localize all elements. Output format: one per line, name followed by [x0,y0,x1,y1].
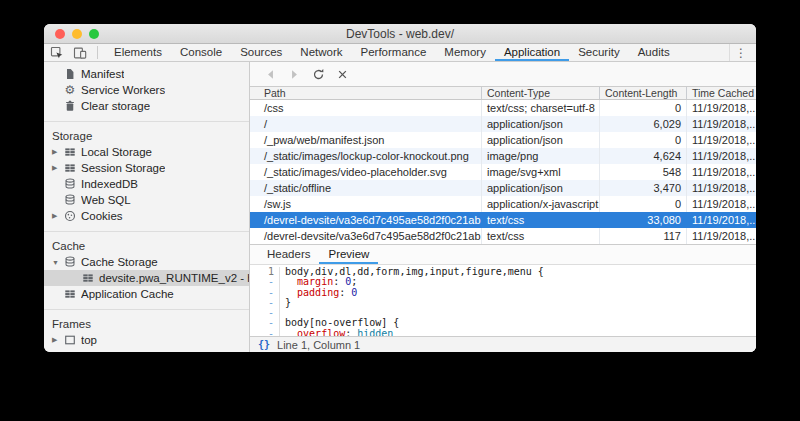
devtools-tabbar-tabs: ElementsConsoleSourcesNetworkPerformance… [105,44,679,61]
sidebar-item-web-sql[interactable]: Web SQL [44,192,249,208]
forward-icon [288,68,302,81]
sidebar-divider [44,231,249,232]
cell-content-type: application/json [482,180,600,196]
tab-security[interactable]: Security [569,44,629,61]
table-icon [81,272,95,285]
column-header-time-cached[interactable]: Time Cached [687,87,756,99]
sidebar-item-cache-storage[interactable]: ▼Cache Storage [44,254,249,270]
cell-time-cached: 11/19/2018,... [687,196,756,212]
cell-path: /_static/images/video-placeholder.svg [250,164,482,180]
cell-time-cached: 11/19/2018,... [687,164,756,180]
sidebar-item-manifest[interactable]: Manifest [44,66,249,82]
devtools-tabbar: ElementsConsoleSourcesNetworkPerformance… [44,44,756,62]
chevron-right-icon[interactable]: ▶ [52,148,63,156]
sidebar-item-label: Web SQL [81,194,131,206]
code-viewer[interactable]: 1------ body,div,dl,dd,form,img,input,fi… [250,265,756,336]
tab-performance[interactable]: Performance [352,44,436,61]
table-icon [63,288,77,301]
sidebar-item-cookies[interactable]: ▶Cookies [44,208,249,224]
cell-time-cached: 11/19/2018,... [687,228,756,244]
preview-tabbar: HeadersPreview [250,245,756,265]
sidebar-item-label: Application Cache [81,288,174,300]
close-window-button[interactable] [55,29,65,39]
refresh-button[interactable] [311,67,326,82]
cache-toolbar [250,62,756,87]
tab-network[interactable]: Network [291,44,351,61]
delete-button[interactable] [335,67,350,82]
table-row[interactable]: /devrel-devsite/va3e6d7c495ae58d2f0c21ab… [250,228,756,244]
gear-icon: ⚙ [63,84,77,97]
tab-console[interactable]: Console [171,44,231,61]
chevron-down-icon[interactable]: ▼ [52,259,63,266]
css-property: overflow [297,328,345,336]
code-text: : [339,287,351,298]
table-row[interactable]: /_static/offlineapplication/json3,47011/… [250,180,756,196]
column-header-content-length[interactable]: Content-Length [600,87,687,99]
table-row[interactable]: /_static/images/lockup-color-knockout.pn… [250,148,756,164]
traffic-lights [55,29,99,39]
sidebar-group: Manifest⚙Service WorkersClear storage [44,64,249,117]
more-options-button[interactable]: ⋮ [729,44,752,61]
delete-icon [336,68,350,81]
cell-content-type: application/json [482,132,600,148]
tab-application[interactable]: Application [495,44,569,61]
manifest-icon [63,68,77,81]
tab-memory[interactable]: Memory [435,44,495,61]
devtools-window: DevTools - web.dev/ ElementsConsoleSourc… [44,24,756,352]
tab-sources[interactable]: Sources [231,44,291,61]
sidebar-item-label: devsite.pwa_RUNTIME_v2 - https://web.dev [99,272,249,284]
preview-tab-preview[interactable]: Preview [319,245,378,264]
preview-tab-headers[interactable]: Headers [258,245,319,264]
table-row[interactable]: /application/json6,02911/19/2018,... [250,116,756,132]
cell-path: /sw.js [250,196,482,212]
devtools-content: Manifest⚙Service WorkersClear storageSto… [44,62,756,352]
code-lines: body,div,dl,dd,form,img,input,figure,men… [280,267,756,336]
cell-content-length: 4,624 [600,148,687,164]
sidebar-item-devsite-pwa-runtime-v2-https-web-dev[interactable]: devsite.pwa_RUNTIME_v2 - https://web.dev [44,270,249,286]
table-row[interactable]: /devrel-devsite/va3e6d7c495ae58d2f0c21ab… [250,212,756,228]
sidebar-item-application-cache[interactable]: Application Cache [44,286,249,302]
chevron-right-icon[interactable]: ▶ [52,336,63,344]
sidebar-item-clear-storage[interactable]: Clear storage [44,98,249,114]
format-code-button[interactable]: {} [258,339,270,350]
table-row[interactable]: /csstext/css; charset=utf-8011/19/2018,.… [250,100,756,116]
sidebar-item-indexeddb[interactable]: IndexedDB [44,176,249,192]
tabbar-left-icons [44,44,105,61]
sidebar-item-top[interactable]: ▶top [44,332,249,348]
sidebar-section-storage: Storage [44,128,249,144]
chevron-right-icon[interactable]: ▶ [52,212,63,220]
sidebar-item-label: Cache Storage [81,256,158,268]
css-value: hidden [357,328,393,336]
tab-elements[interactable]: Elements [105,44,171,61]
tabbar-separator [97,46,98,59]
forward-button[interactable] [287,67,302,82]
column-header-path[interactable]: Path [250,87,482,99]
sidebar-item-service-workers[interactable]: ⚙Service Workers [44,82,249,98]
cursor-position-label: Line 1, Column 1 [277,339,360,351]
cell-content-length: 6,029 [600,116,687,132]
inspect-element-button[interactable] [49,45,65,60]
minimize-window-button[interactable] [72,29,82,39]
title-bar[interactable]: DevTools - web.dev/ [44,24,756,44]
back-button[interactable] [263,67,278,82]
sidebar-item-local-storage[interactable]: ▶Local Storage [44,144,249,160]
tab-audits[interactable]: Audits [629,44,679,61]
zoom-window-button[interactable] [89,29,99,39]
column-header-content-type[interactable]: Content-Type [482,87,600,99]
table-row[interactable]: /_pwa/web/manifest.jsonapplication/json0… [250,132,756,148]
cell-time-cached: 11/19/2018,... [687,116,756,132]
table-row[interactable]: /sw.jsapplication/x-javascript011/19/201… [250,196,756,212]
table-icon [63,162,77,175]
cell-content-type: text/css [482,212,600,228]
device-toolbar-button[interactable] [72,45,88,60]
sidebar-item-session-storage[interactable]: ▶Session Storage [44,160,249,176]
code-line: padding: 0 [285,288,756,298]
table-row[interactable]: /_static/images/video-placeholder.svgima… [250,164,756,180]
sidebar-section-cache: Cache [44,238,249,254]
cell-time-cached: 11/19/2018,... [687,100,756,116]
sidebar-divider [44,121,249,122]
back-icon [264,68,278,81]
code-line: } [285,298,756,308]
chevron-right-icon[interactable]: ▶ [52,164,63,172]
main-pane: PathContent-TypeContent-LengthTime Cache… [250,62,756,352]
